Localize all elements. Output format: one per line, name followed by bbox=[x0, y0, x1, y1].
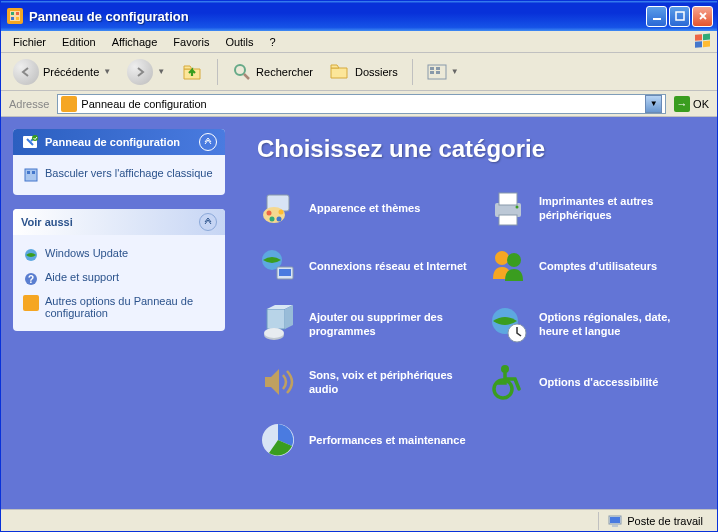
category-label: Imprimantes et autres périphériques bbox=[539, 194, 697, 223]
folders-icon bbox=[329, 62, 351, 82]
close-button[interactable] bbox=[692, 6, 713, 27]
search-icon bbox=[232, 62, 252, 82]
switch-view-icon bbox=[23, 167, 39, 183]
page-title: Choisissez une catégorie bbox=[257, 135, 697, 163]
computer-icon bbox=[607, 513, 623, 529]
printer-icon bbox=[487, 187, 529, 229]
menu-edit[interactable]: Edition bbox=[54, 34, 104, 50]
svg-point-29 bbox=[277, 217, 282, 222]
svg-rect-2 bbox=[16, 12, 19, 15]
toolbar-separator bbox=[412, 59, 413, 85]
performance-icon bbox=[257, 419, 299, 461]
svg-point-39 bbox=[507, 253, 521, 267]
programs-icon bbox=[257, 303, 299, 345]
svg-rect-20 bbox=[27, 171, 30, 174]
sidebar: Panneau de configuration Basculer vers l… bbox=[1, 117, 237, 509]
control-panel-icon bbox=[7, 8, 23, 24]
toolbar-separator bbox=[217, 59, 218, 85]
svg-rect-10 bbox=[703, 40, 710, 47]
link-label: Aide et support bbox=[45, 271, 119, 283]
regional-icon bbox=[487, 303, 529, 345]
main-area: Choisissez une catégorie Apparence et th… bbox=[237, 117, 717, 509]
network-icon bbox=[257, 245, 299, 287]
svg-rect-5 bbox=[653, 18, 661, 20]
address-field[interactable]: Panneau de configuration ▼ bbox=[57, 94, 666, 114]
menu-help[interactable]: ? bbox=[262, 34, 284, 50]
svg-rect-3 bbox=[11, 17, 14, 20]
category-performance[interactable]: Performances et maintenance bbox=[257, 419, 467, 461]
windows-update-link[interactable]: Windows Update bbox=[23, 243, 215, 267]
minimize-button[interactable] bbox=[646, 6, 667, 27]
forward-button[interactable]: ▼ bbox=[121, 58, 171, 86]
control-panel-icon bbox=[61, 96, 77, 112]
panel-header: Panneau de configuration bbox=[13, 129, 225, 155]
back-arrow-icon bbox=[13, 59, 39, 85]
go-label: OK bbox=[693, 98, 709, 110]
svg-point-27 bbox=[267, 211, 272, 216]
category-label: Connexions réseau et Internet bbox=[309, 259, 467, 273]
back-button[interactable]: Précédente ▼ bbox=[7, 58, 117, 86]
users-icon bbox=[487, 245, 529, 287]
category-appearance[interactable]: Apparence et thèmes bbox=[257, 187, 467, 229]
address-dropdown[interactable]: ▼ bbox=[645, 95, 662, 113]
views-button[interactable]: ▼ bbox=[421, 58, 465, 86]
chevron-up-icon bbox=[203, 137, 213, 147]
svg-rect-16 bbox=[436, 71, 440, 74]
toolbar: Précédente ▼ ▼ Rechercher Dossiers ▼ bbox=[1, 53, 717, 91]
statusbar: Poste de travail bbox=[1, 509, 717, 531]
category-sounds[interactable]: Sons, voix et périphériques audio bbox=[257, 361, 467, 403]
category-printers[interactable]: Imprimantes et autres périphériques bbox=[487, 187, 697, 229]
category-network[interactable]: Connexions réseau et Internet bbox=[257, 245, 467, 287]
status-text: Poste de travail bbox=[627, 515, 703, 527]
category-label: Sons, voix et périphériques audio bbox=[309, 368, 467, 397]
category-label: Options d'accessibilité bbox=[539, 375, 658, 389]
switch-classic-view-link[interactable]: Basculer vers l'affichage classique bbox=[23, 163, 215, 187]
collapse-button[interactable] bbox=[199, 213, 217, 231]
go-arrow-icon: → bbox=[674, 96, 690, 112]
svg-rect-4 bbox=[16, 17, 19, 20]
svg-rect-13 bbox=[430, 67, 434, 70]
link-label: Basculer vers l'affichage classique bbox=[45, 167, 213, 179]
svg-point-34 bbox=[516, 206, 519, 209]
category-accessibility[interactable]: Options d'accessibilité bbox=[487, 361, 697, 403]
svg-rect-6 bbox=[676, 12, 684, 20]
svg-rect-19 bbox=[25, 169, 37, 181]
panel-header: Voir aussi bbox=[13, 209, 225, 235]
menu-file[interactable]: Fichier bbox=[5, 34, 54, 50]
category-programs[interactable]: Ajouter ou supprimer des programmes bbox=[257, 303, 467, 345]
up-button[interactable] bbox=[175, 58, 209, 86]
svg-rect-14 bbox=[430, 71, 434, 74]
windows-logo-icon bbox=[693, 32, 713, 52]
svg-rect-49 bbox=[612, 525, 618, 527]
titlebar: Panneau de configuration bbox=[1, 1, 717, 31]
svg-rect-15 bbox=[436, 67, 440, 70]
content-area: Panneau de configuration Basculer vers l… bbox=[1, 117, 717, 509]
menu-favorites[interactable]: Favoris bbox=[165, 34, 217, 50]
chevron-down-icon: ▼ bbox=[103, 67, 111, 76]
category-label: Apparence et thèmes bbox=[309, 201, 420, 215]
panel-body: Basculer vers l'affichage classique bbox=[13, 155, 225, 195]
category-label: Ajouter ou supprimer des programmes bbox=[309, 310, 467, 339]
collapse-button[interactable] bbox=[199, 133, 217, 151]
panel-control-panel: Panneau de configuration Basculer vers l… bbox=[13, 129, 225, 195]
search-button[interactable]: Rechercher bbox=[226, 58, 319, 86]
category-label: Performances et maintenance bbox=[309, 433, 466, 447]
svg-point-41 bbox=[264, 328, 284, 338]
status-location: Poste de travail bbox=[598, 512, 711, 530]
category-users[interactable]: Comptes d'utilisateurs bbox=[487, 245, 697, 287]
address-label: Adresse bbox=[5, 98, 53, 110]
menu-view[interactable]: Affichage bbox=[104, 34, 166, 50]
addressbar: Adresse Panneau de configuration ▼ → OK bbox=[1, 91, 717, 117]
other-options-link[interactable]: Autres options du Panneau de configurati… bbox=[23, 291, 215, 323]
svg-point-38 bbox=[495, 251, 509, 265]
folders-button[interactable]: Dossiers bbox=[323, 58, 404, 86]
svg-rect-21 bbox=[32, 171, 35, 174]
svg-point-11 bbox=[235, 65, 245, 75]
help-support-link[interactable]: ? Aide et support bbox=[23, 267, 215, 291]
panel-title: Voir aussi bbox=[21, 216, 73, 228]
go-button[interactable]: → OK bbox=[670, 94, 713, 114]
maximize-button[interactable] bbox=[669, 6, 690, 27]
category-regional[interactable]: Options régionales, date, heure et langu… bbox=[487, 303, 697, 345]
control-panel-icon bbox=[21, 133, 41, 151]
menu-tools[interactable]: Outils bbox=[217, 34, 261, 50]
